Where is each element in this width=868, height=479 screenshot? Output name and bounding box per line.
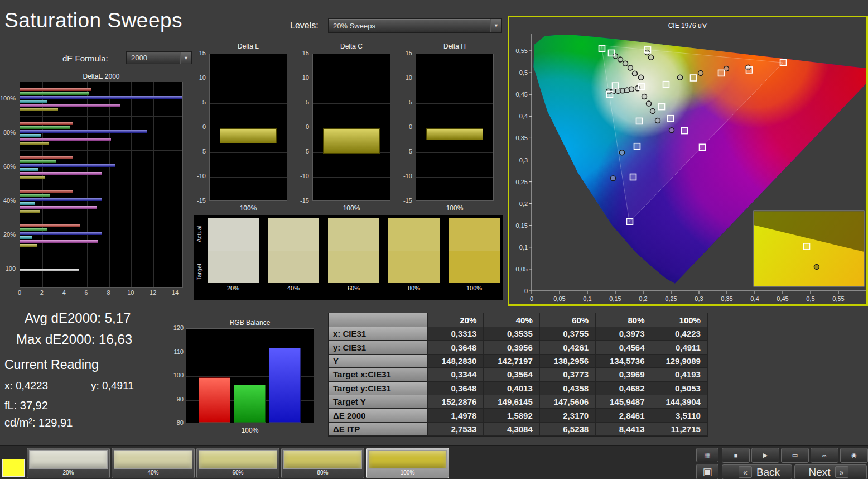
- svg-text:0,3: 0,3: [695, 295, 703, 302]
- table-row-label: Target y:CIE31: [329, 382, 428, 395]
- axis-tick-label: 60%: [0, 163, 16, 170]
- swatch-level-label: 40%: [268, 283, 319, 292]
- table-cell: 0,3564: [484, 368, 539, 381]
- svg-text:0,5: 0,5: [806, 295, 814, 302]
- svg-text:0,55: 0,55: [832, 295, 844, 302]
- level-swatch-100%[interactable]: 100%: [366, 448, 449, 478]
- delta-bar: [426, 128, 483, 140]
- table-cell: 147,5606: [540, 395, 596, 409]
- record-button[interactable]: ◉: [840, 448, 868, 463]
- gridline: [416, 177, 493, 178]
- deltae-bar: [20, 134, 41, 137]
- table-cell: 0,3973: [596, 327, 652, 341]
- svg-text:0: 0: [530, 295, 533, 302]
- deltae-bar: [20, 240, 98, 243]
- deltae-bar: [20, 244, 37, 247]
- swatch-level-label: 100%: [449, 283, 500, 292]
- deltae-bar: [20, 228, 47, 231]
- table-row-label: ΔE ITP: [329, 423, 428, 436]
- de-formula-dropdown[interactable]: 2000 ▼: [126, 51, 192, 64]
- levels-dropdown[interactable]: 20% Sweeps ▼: [328, 18, 502, 33]
- target-swatch: [328, 251, 379, 283]
- table-header-cell: 100%: [652, 313, 708, 327]
- axis-tick-label: 0: [397, 123, 412, 130]
- axis-tick-label: -10: [293, 173, 309, 179]
- table-cell: 152,2876: [428, 395, 484, 409]
- gridline: [416, 79, 493, 79]
- continuous-button[interactable]: ∞: [811, 448, 838, 463]
- current-reading-heading: Current Reading: [4, 357, 99, 372]
- deltae-chart-title: DeltaE 2000: [20, 73, 183, 80]
- gridline: [210, 79, 287, 79]
- axis-tick-label: 0: [190, 123, 206, 130]
- svg-text:0,15: 0,15: [516, 222, 528, 229]
- de-formula-value: 2000: [131, 54, 147, 62]
- gridline: [313, 177, 390, 178]
- deltae-bar: [20, 138, 111, 141]
- play-button[interactable]: ▶: [751, 448, 779, 463]
- table-cell: 0,4013: [484, 382, 539, 395]
- level-swatch-20%[interactable]: 20%: [27, 448, 110, 478]
- transport-buttons: ■▶▭∞◉: [722, 448, 868, 463]
- cie-diagram-panel: 00,050,10,150,20,250,30,350,40,450,50,55…: [508, 16, 868, 306]
- de-formula-label: dE Formula:: [62, 54, 108, 63]
- comparison-swatch: 60%: [328, 218, 379, 298]
- table-cell: 0,3344: [428, 368, 484, 381]
- level-swatch-80%[interactable]: 80%: [281, 448, 364, 478]
- swatch-label: 100%: [368, 469, 447, 476]
- axis-tick-label: 90: [169, 396, 184, 403]
- delta-chart-title: Delta L: [209, 42, 287, 50]
- axis-tick-label: 5: [293, 99, 309, 106]
- page-title: Saturation Sweeps: [4, 9, 182, 32]
- swatch-color: [199, 450, 277, 469]
- gridline: [313, 103, 390, 104]
- level-swatch-60%[interactable]: 60%: [196, 448, 279, 478]
- axis-tick-label: -10: [397, 173, 412, 179]
- delta-chart-x-label: 100%: [416, 204, 494, 212]
- deltae-bar: [20, 92, 89, 95]
- axis-tick-label: 110: [169, 348, 184, 355]
- deltae-bar: [20, 194, 50, 197]
- level-swatch-40%[interactable]: 40%: [112, 448, 195, 478]
- table-cell: 0,4682: [596, 382, 652, 395]
- axis-tick-label: 2: [40, 289, 44, 296]
- svg-text:0,2: 0,2: [519, 200, 528, 207]
- max-de2000-reading: Max dE2000: 16,63: [16, 332, 132, 347]
- swatch-label: 80%: [283, 469, 362, 476]
- stop-button[interactable]: ■: [722, 448, 750, 463]
- current-y-reading: y: 0,4911: [91, 380, 134, 392]
- swatch-level-label: 20%: [208, 283, 259, 292]
- axis-tick-label: 14: [172, 289, 179, 296]
- deltae-bar: [20, 164, 115, 167]
- table-header-cell: 60%: [540, 313, 596, 327]
- green-bar: [234, 385, 266, 423]
- table-cell: 2,3170: [540, 409, 596, 422]
- table-cell: 1,4978: [428, 409, 484, 422]
- axis-tick-label: -5: [397, 148, 412, 155]
- deltae-bar: [20, 142, 49, 145]
- axis-tick-label: 20%: [0, 231, 16, 238]
- axis-tick-label: 80%: [0, 129, 16, 136]
- axis-tick-label: -15: [293, 197, 309, 204]
- actual-swatch: [328, 218, 379, 251]
- frame-button[interactable]: ▭: [781, 448, 809, 463]
- gridline: [313, 79, 390, 79]
- delta-chart-x-label: 100%: [312, 204, 390, 212]
- pattern-window-button[interactable]: ▣: [696, 464, 718, 479]
- axis-tick-label: 0: [18, 289, 21, 296]
- back-button[interactable]: « Back: [722, 464, 792, 479]
- axis-tick-label: 0: [293, 123, 309, 130]
- axis-tick-label: 4: [62, 289, 66, 296]
- table-row-label: x: CIE31: [329, 327, 428, 341]
- deltae-bar: [20, 176, 45, 179]
- actual-swatch: [388, 218, 440, 251]
- gridline: [20, 253, 182, 253]
- next-button[interactable]: Next »: [794, 464, 867, 479]
- table-cell: 0,4223: [652, 327, 708, 341]
- deltae-bar: [20, 198, 102, 201]
- axis-tick-label: 6: [85, 289, 88, 296]
- pattern-grid-button[interactable]: ▦: [696, 448, 718, 462]
- deltae-bar: [20, 172, 102, 175]
- cie-title: CIE 1976 u'v': [509, 22, 866, 30]
- table-cell: 134,5736: [596, 355, 652, 368]
